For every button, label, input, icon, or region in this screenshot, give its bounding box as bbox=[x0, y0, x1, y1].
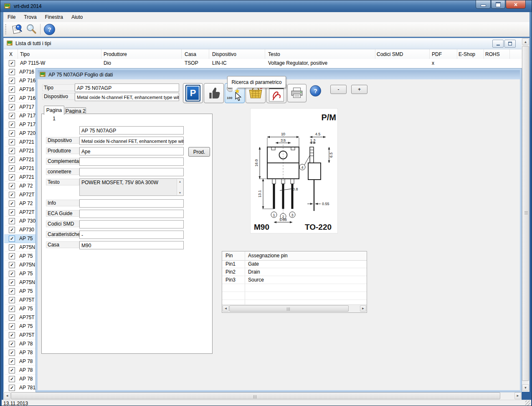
prod-button[interactable]: Prod. bbox=[188, 147, 210, 157]
row-checkbox[interactable]: ✓ bbox=[9, 350, 15, 356]
zoom-in-button[interactable]: + bbox=[351, 85, 367, 94]
search-button[interactable] bbox=[25, 23, 37, 36]
pricing-button[interactable]: P bbox=[183, 83, 203, 103]
pin-row[interactable]: Pin1Gate bbox=[222, 260, 367, 268]
row-checkbox[interactable]: ✓ bbox=[9, 139, 15, 145]
datasheet-help-button[interactable]: ? bbox=[310, 85, 321, 96]
row-checkbox[interactable]: ✓ bbox=[9, 122, 15, 128]
pin-row[interactable]: Pin3Source bbox=[222, 276, 367, 284]
resize-grip[interactable] bbox=[525, 401, 530, 406]
row-checkbox[interactable]: ✓ bbox=[9, 288, 15, 294]
row-checkbox[interactable]: ✓ bbox=[9, 78, 15, 84]
row-checkbox[interactable]: ✓ bbox=[9, 367, 15, 373]
row-checkbox[interactable]: ✓ bbox=[9, 148, 15, 154]
form-connettere-field[interactable] bbox=[79, 168, 184, 176]
row-checkbox[interactable]: ✓ bbox=[9, 209, 15, 216]
row-checkbox[interactable]: ✓ bbox=[9, 376, 15, 382]
scroll-left-button[interactable]: ◄ bbox=[4, 392, 10, 399]
horizontal-scroll-thumb[interactable] bbox=[11, 392, 500, 399]
pin-row[interactable] bbox=[222, 292, 367, 300]
col-dispositivo[interactable]: Dispositivo bbox=[212, 51, 236, 57]
form-produttore-field[interactable]: Ape bbox=[79, 147, 184, 155]
row-checkbox[interactable]: ✓ bbox=[9, 200, 15, 207]
up-arrow-icon[interactable]: ▲ bbox=[179, 180, 182, 183]
row-checkbox[interactable]: ✓ bbox=[9, 315, 15, 321]
menu-aiuto[interactable]: Aiuto bbox=[67, 13, 87, 21]
row-checkbox[interactable]: ✓ bbox=[9, 306, 15, 312]
scroll-up-button[interactable]: ▲ bbox=[522, 38, 529, 45]
row-checkbox[interactable]: ✓ bbox=[9, 69, 15, 75]
menu-finestra[interactable]: Finestra bbox=[41, 13, 67, 21]
form-casa-field[interactable]: M90 bbox=[79, 241, 184, 249]
col-x[interactable]: X bbox=[9, 51, 13, 57]
row-checkbox[interactable]: ✓ bbox=[9, 157, 15, 163]
form-complementare-field[interactable] bbox=[79, 157, 184, 166]
row-checkbox[interactable]: ✓ bbox=[9, 104, 15, 110]
row-checkbox[interactable]: ✓ bbox=[9, 113, 15, 119]
row-checkbox[interactable]: ✓ bbox=[9, 279, 15, 286]
pin-table-scrollbar[interactable]: ◄ ► bbox=[222, 304, 367, 312]
dispositivo-field[interactable]: Metal oxide N-channel FET, enhancement t… bbox=[75, 93, 179, 101]
row-checkbox[interactable]: ✓ bbox=[9, 253, 15, 259]
row-checkbox[interactable]: ✓ bbox=[9, 271, 15, 277]
row-checkbox[interactable]: ✓ bbox=[9, 95, 15, 102]
row-checkbox[interactable]: ✓ bbox=[9, 174, 15, 180]
row-checkbox[interactable]: ✓ bbox=[9, 183, 15, 189]
row-checkbox[interactable]: ✓ bbox=[9, 358, 15, 365]
horizontal-scrollbar[interactable]: ◄ ► bbox=[3, 392, 522, 400]
row-checkbox[interactable]: ✓ bbox=[9, 86, 15, 93]
minimize-button[interactable] bbox=[476, 0, 491, 9]
pin-row[interactable]: Pin2Drain bbox=[222, 268, 367, 276]
form-codici-smd-field[interactable] bbox=[79, 220, 184, 228]
pin-scroll-thumb[interactable] bbox=[229, 305, 349, 312]
scroll-right-button[interactable]: ► bbox=[360, 305, 366, 312]
print-button[interactable] bbox=[287, 84, 307, 102]
col-eshop[interactable]: E-Shop bbox=[459, 51, 475, 57]
col-casa[interactable]: Casa bbox=[185, 51, 196, 57]
col-testo[interactable]: Testo bbox=[268, 51, 280, 57]
row-checkbox[interactable]: ✓ bbox=[9, 323, 15, 330]
form-info-field[interactable] bbox=[79, 199, 184, 208]
child-restore-button[interactable] bbox=[504, 40, 516, 48]
row-checkbox[interactable]: ✓ bbox=[9, 130, 15, 137]
row-checkbox[interactable]: ✓ bbox=[9, 262, 15, 268]
col-produttore[interactable]: Produttore bbox=[104, 51, 127, 57]
row-checkbox[interactable]: ✓ bbox=[9, 244, 15, 251]
scroll-left-button[interactable]: ◄ bbox=[223, 305, 229, 312]
form-caratteristiche-field[interactable]: - bbox=[79, 231, 184, 239]
vertical-scrollbar[interactable]: ▲ ▼ bbox=[522, 38, 529, 392]
row-checkbox[interactable]: ✓ bbox=[9, 332, 15, 338]
row-checkbox[interactable]: ✓ bbox=[9, 218, 15, 224]
row-checkbox[interactable]: ✓ bbox=[9, 227, 15, 233]
close-button[interactable]: × bbox=[506, 0, 526, 9]
row-checkbox[interactable]: ✓ bbox=[9, 341, 15, 347]
maximize-button[interactable] bbox=[491, 0, 505, 9]
form-eca-field[interactable] bbox=[79, 210, 184, 218]
row-checkbox[interactable]: ✓ bbox=[9, 385, 15, 391]
down-arrow-icon[interactable]: ▼ bbox=[179, 191, 182, 194]
vertical-scroll-thumb[interactable] bbox=[522, 46, 529, 381]
table-row[interactable]: ✓ AP 7115-W Dio TSOP LIN-IC Voltage Regu… bbox=[4, 59, 522, 68]
tab-pagina-1[interactable]: Pagina 1 bbox=[44, 106, 64, 115]
pin-row[interactable] bbox=[222, 284, 367, 292]
help-button[interactable]: ? bbox=[43, 23, 56, 36]
menu-file[interactable]: File bbox=[3, 13, 20, 21]
recommend-button[interactable] bbox=[204, 83, 224, 103]
datasheet-search-button[interactable] bbox=[11, 23, 23, 36]
col-codici-smd[interactable]: Codici SMD bbox=[377, 51, 403, 57]
row-checkbox[interactable]: ✓ bbox=[9, 192, 15, 198]
row-checkbox[interactable]: ✓ bbox=[9, 165, 15, 172]
form-tipo-field[interactable]: AP 75 N07AGP bbox=[79, 126, 184, 134]
child-minimize-button[interactable] bbox=[492, 40, 504, 48]
tipo-field[interactable]: AP 75 N07AGP bbox=[75, 84, 179, 92]
row-checkbox[interactable]: ✓ bbox=[9, 60, 15, 66]
scroll-right-button[interactable]: ► bbox=[514, 392, 521, 399]
row-checkbox[interactable]: ✓ bbox=[9, 236, 15, 242]
menu-trova[interactable]: Trova bbox=[20, 13, 41, 21]
col-rohs[interactable]: ROHS bbox=[485, 51, 500, 57]
testo-scrollbar[interactable]: ▲ ▼ bbox=[177, 179, 183, 195]
col-tipo[interactable]: Tipo bbox=[20, 51, 30, 57]
form-testo-field[interactable]: POWER MOSFET, 75V 80A 300W ▲ ▼ bbox=[79, 178, 184, 196]
row-checkbox[interactable]: ✓ bbox=[9, 297, 15, 303]
form-dispositivo-field[interactable]: Metal oxide N-channel FET, enhancement t… bbox=[79, 137, 184, 145]
